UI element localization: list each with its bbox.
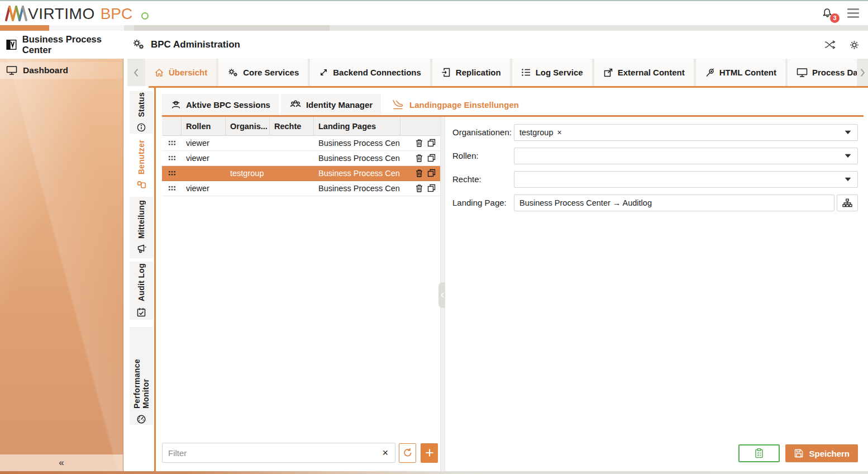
side-tab-status[interactable]: Status bbox=[130, 91, 153, 134]
horizontal-scrollbar[interactable] bbox=[0, 25, 868, 31]
sidebar-item-dashboard[interactable]: Dashboard bbox=[0, 62, 123, 79]
filter-field: × bbox=[162, 443, 395, 463]
window-bottom-edge bbox=[0, 471, 868, 474]
form-row-landing-page: Landing Page: Business Process Center → … bbox=[445, 195, 858, 211]
copy-to-clipboard-button[interactable] bbox=[738, 444, 780, 462]
page-title: BPC Administration bbox=[151, 39, 240, 50]
chevron-down-icon bbox=[845, 177, 851, 182]
menu-button[interactable] bbox=[847, 8, 859, 18]
field-label: Organisationen: bbox=[452, 127, 512, 137]
side-tab-audit-log[interactable]: Audit Log bbox=[130, 262, 153, 320]
sub-tab-aktive-bpc-sessions[interactable]: Aktive BPC Sessions bbox=[162, 94, 279, 115]
brand-name: VIRTIMO bbox=[28, 6, 95, 22]
scrollbar-thumb[interactable] bbox=[0, 25, 49, 31]
filter-input[interactable] bbox=[168, 448, 381, 458]
tab-replication[interactable]: Replication bbox=[432, 59, 510, 86]
cell-organisation: testgroup bbox=[226, 169, 270, 178]
hamburger-icon bbox=[847, 8, 859, 10]
duplicate-row-icon[interactable] bbox=[427, 184, 436, 193]
tab-core-services[interactable]: Core Services bbox=[218, 59, 308, 86]
landing-page-field[interactable]: Business Process Center → Auditlog bbox=[514, 195, 834, 211]
dropdown-trigger[interactable] bbox=[843, 176, 852, 183]
tab-html-content[interactable]: HTML Content bbox=[696, 59, 785, 86]
selected-tag: testgroup bbox=[519, 128, 553, 137]
scrollbar-segment bbox=[49, 25, 124, 31]
sub-tab-identity-manager[interactable]: Identity Manager bbox=[281, 94, 381, 115]
table-row[interactable]: viewer Business Process Cen... bbox=[162, 136, 440, 151]
field-label: Landing Page: bbox=[452, 198, 507, 207]
notifications-button[interactable]: 3 bbox=[821, 7, 834, 20]
form-actions: Speichern bbox=[738, 444, 858, 462]
cell-landing-pages: Business Process Cen... bbox=[314, 154, 400, 163]
organisationen-combobox[interactable]: testgroup × bbox=[514, 124, 858, 141]
side-tab-mitteilung[interactable]: Mitteilung bbox=[130, 197, 153, 258]
side-tab-performance-monitor[interactable]: Performance Monitor bbox=[130, 327, 153, 425]
gears-icon bbox=[132, 38, 145, 51]
virtimo-logo-icon bbox=[4, 5, 28, 22]
side-tab-benutzer[interactable]: Benutzer bbox=[130, 136, 153, 194]
scrollbar-segment bbox=[134, 25, 330, 31]
collapse-chevrons-icon: « bbox=[59, 457, 64, 468]
remove-tag-icon[interactable]: × bbox=[557, 128, 561, 137]
tab-uebersicht[interactable]: Übersicht bbox=[145, 59, 216, 86]
drag-handle-icon[interactable] bbox=[162, 155, 182, 162]
duplicate-row-icon[interactable] bbox=[427, 154, 436, 163]
delete-row-icon[interactable] bbox=[415, 154, 423, 163]
duplicate-row-icon[interactable] bbox=[427, 139, 436, 148]
column-header-landing-pages[interactable]: Landing Pages bbox=[314, 117, 400, 135]
column-header-organisation[interactable]: Organis... bbox=[226, 117, 270, 135]
diagonal-arrows-icon bbox=[319, 68, 328, 77]
brand: VIRTIMO BPC bbox=[0, 5, 149, 22]
dropdown-trigger[interactable] bbox=[843, 153, 852, 159]
add-row-button[interactable] bbox=[421, 443, 438, 463]
tab-label: Übersicht bbox=[169, 68, 207, 77]
sub-tab-landingpage-einstellungen[interactable]: Landingpage Einstellungen bbox=[383, 94, 527, 115]
rechte-combobox[interactable] bbox=[514, 171, 858, 188]
refresh-button[interactable] bbox=[399, 443, 416, 463]
drag-handle-icon[interactable] bbox=[162, 185, 182, 192]
side-tab-strip: Status Benutzer Mitteilung bbox=[127, 88, 154, 471]
rollen-combobox[interactable] bbox=[514, 148, 858, 164]
top-actions: 3 bbox=[821, 7, 868, 20]
save-button[interactable]: Speichern bbox=[785, 444, 858, 462]
tabs-scroll-right-button[interactable] bbox=[857, 59, 868, 86]
delete-row-icon[interactable] bbox=[415, 139, 423, 148]
drag-handle-icon[interactable] bbox=[162, 170, 182, 177]
tab-external-content[interactable]: External Content bbox=[594, 59, 694, 86]
sidebar-collapse-button[interactable]: « bbox=[0, 454, 123, 471]
column-header-rechte[interactable]: Rechte bbox=[270, 117, 314, 135]
delete-row-icon[interactable] bbox=[415, 169, 423, 178]
table-row[interactable]: viewer Business Process Cen... bbox=[162, 181, 440, 196]
header-actions bbox=[824, 39, 868, 51]
chevron-down-icon bbox=[845, 130, 851, 135]
tabs-scroll-left-button[interactable] bbox=[127, 59, 145, 86]
tab-backend-connections[interactable]: Backend Connections bbox=[310, 59, 430, 86]
side-tab-label: Status bbox=[137, 92, 146, 117]
table-footer: × bbox=[162, 443, 438, 463]
panel-splitter[interactable] bbox=[440, 117, 445, 471]
bpc-app-icon bbox=[6, 39, 17, 51]
tab-process-dashboard[interactable]: Process Dashboard bbox=[788, 59, 868, 86]
page-tree-button[interactable] bbox=[837, 195, 858, 211]
side-tab-label: Mitteilung bbox=[137, 200, 146, 239]
cell-rollen: viewer bbox=[182, 139, 226, 148]
column-header-rollen[interactable]: Rollen bbox=[182, 117, 226, 135]
duplicate-row-icon[interactable] bbox=[427, 169, 436, 178]
bpc-application: VIRTIMO BPC 3 bbox=[0, 0, 868, 474]
drag-handle-icon[interactable] bbox=[162, 140, 182, 146]
brand-product: BPC bbox=[101, 6, 133, 22]
tab-label: Log Service bbox=[536, 68, 583, 77]
chevron-down-icon bbox=[845, 154, 851, 158]
settings-gear-icon[interactable] bbox=[848, 39, 860, 51]
table-row-selected[interactable]: testgroup Business Process Cen... bbox=[162, 166, 440, 181]
dropdown-trigger[interactable] bbox=[843, 129, 852, 136]
tab-log-service[interactable]: Log Service bbox=[512, 59, 592, 86]
cell-landing-pages: Business Process Cen... bbox=[314, 169, 400, 178]
table-row[interactable]: viewer Business Process Cen... bbox=[162, 151, 440, 166]
delete-row-icon[interactable] bbox=[415, 184, 423, 193]
landing-pages-table: Rollen Organis... Rechte Landing Pages v… bbox=[162, 117, 440, 196]
sidebar-title: Business Process Center bbox=[22, 34, 117, 55]
column-header-actions bbox=[400, 117, 440, 135]
shuffle-icon[interactable] bbox=[824, 39, 836, 50]
clear-filter-icon[interactable]: × bbox=[381, 448, 389, 458]
